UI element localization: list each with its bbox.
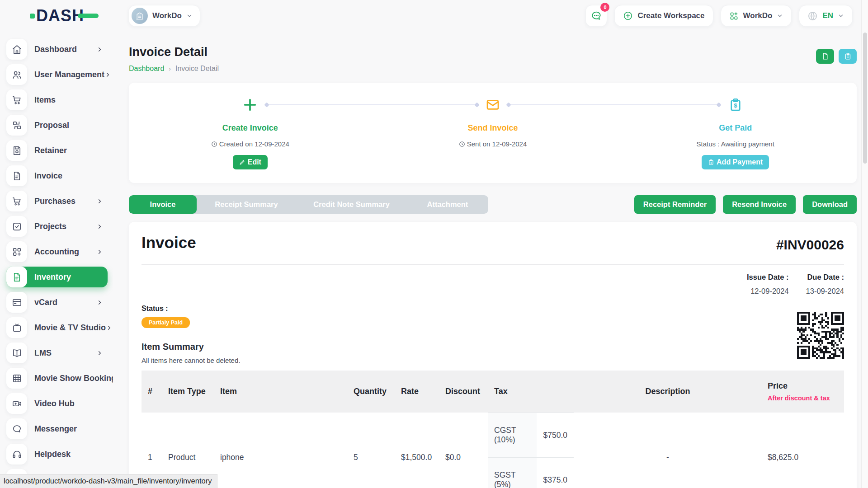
pencil-icon — [239, 159, 245, 165]
tax-value: $375.0 — [537, 458, 574, 488]
step-get-paid: $ Get Paid Status : Awaiting payment $ A… — [614, 97, 857, 183]
sidebar-item-projects[interactable]: Projects — [6, 216, 108, 237]
chevron-down-icon — [838, 13, 844, 19]
breadcrumb-dashboard-link[interactable]: Dashboard — [129, 65, 164, 73]
col-discount: Discount — [439, 371, 488, 413]
edit-invoice-button[interactable]: Edit — [233, 155, 268, 169]
col-rate: Rate — [395, 371, 439, 413]
invoice-dates: Issue Date : 12-09-2024 Due Date : 13-09… — [747, 273, 844, 296]
sidebar-item-lms[interactable]: LMS — [6, 343, 108, 363]
sidebar-item-vcard[interactable]: vCard — [6, 292, 108, 313]
sidebar-item-invoice[interactable]: Invoice — [6, 165, 108, 186]
tab-invoice[interactable]: Invoice — [129, 195, 197, 214]
book-icon — [6, 343, 27, 363]
cell-discount: $0.0 — [439, 413, 488, 488]
tax-label: CGST (10%) — [488, 413, 537, 458]
receipt-reminder-button[interactable]: Receipt Reminder — [634, 195, 716, 214]
language-selector[interactable]: EN — [799, 5, 853, 27]
workspace-switcher[interactable]: WorkDo — [128, 5, 200, 27]
cell-quantity: 5 — [347, 413, 395, 488]
sidebar-item-label: Movie Show Booking — [34, 374, 113, 383]
link-status-bar: localhost/product/workdo-dash-v3/main_fi… — [0, 474, 217, 488]
chat-icon — [6, 418, 27, 439]
sidebar-item-accounting[interactable]: Accounting — [6, 241, 108, 262]
step-status: Status : Awaiting payment — [697, 140, 774, 148]
tax-breakdown-table: CGST (10%)$750.0SGST (5%)$375.0 — [488, 413, 574, 488]
col-description: Description — [584, 371, 752, 413]
sidebar-item-label: Helpdesk — [34, 450, 71, 459]
sidebar-item-items[interactable]: Items — [6, 89, 108, 110]
sidebar-item-dashboard[interactable]: Dashboard — [6, 39, 108, 60]
step-date: Sent on 12-09-2024 — [459, 140, 527, 148]
sidebar-item-helpdesk[interactable]: Helpdesk — [6, 444, 108, 465]
sidebar-item-proposal[interactable]: Proposal — [6, 115, 108, 136]
language-label: EN — [822, 11, 833, 20]
cell-price: $8,625.0 — [752, 413, 844, 488]
account-label: WorkDo — [743, 11, 773, 20]
file-icon — [821, 52, 829, 60]
account-menu[interactable]: WorkDo — [721, 5, 792, 27]
sidebar-item-label: Accounting — [34, 247, 79, 257]
sidebar-item-purchases[interactable]: Purchases — [6, 191, 108, 211]
main-content: Invoice Detail Dashboard › Invoice Detai… — [113, 32, 868, 488]
chevron-right-icon — [96, 46, 103, 53]
plus-icon — [242, 97, 258, 113]
tax-row: CGST (10%)$750.0 — [488, 413, 574, 458]
cart-icon — [6, 89, 27, 110]
breadcrumb-current: Invoice Detail — [175, 65, 219, 73]
step-title: Get Paid — [719, 123, 752, 133]
cell-rate: $1,500.0 — [395, 413, 439, 488]
sidebar-item-messenger[interactable]: Messenger — [6, 418, 108, 439]
sidebar-item-movie-show-booking[interactable]: Movie Show Booking — [6, 368, 108, 389]
table-header-row: # Item Type Item Quantity Rate Discount … — [142, 371, 844, 413]
video-icon — [6, 393, 27, 414]
sidebar-item-user-management[interactable]: User Management — [6, 64, 108, 85]
tv-icon — [6, 317, 27, 338]
table-row: 1 Product iphone 5 $1,500.0 $0.0 CGST (1… — [142, 413, 844, 488]
price-subtitle: After discount & tax — [768, 394, 838, 402]
payment-clipboard-icon: $ — [728, 98, 743, 112]
chevron-right-icon — [96, 350, 103, 357]
file-icon — [6, 165, 27, 186]
sidebar-item-retainer[interactable]: Retainer — [6, 140, 108, 161]
sidebar-item-label: Video Hub — [34, 399, 75, 408]
export-document-button[interactable] — [816, 49, 834, 64]
sidebar-item-inventory[interactable]: Inventory — [6, 267, 108, 287]
sidebar-item-label: LMS — [34, 348, 52, 358]
sidebar-item-movie-tv-studio[interactable]: Movie & TV Studio — [6, 317, 108, 338]
due-date-value: 13-09-2024 — [806, 287, 844, 296]
status-label: Status : — [142, 305, 844, 313]
sidebar-item-video-hub[interactable]: Video Hub — [6, 393, 108, 414]
grid-plus-icon — [6, 241, 27, 262]
due-date-label: Due Date : — [806, 273, 844, 282]
tab-attachment[interactable]: Attachment — [407, 195, 488, 214]
resend-invoice-button[interactable]: Resend Invoice — [723, 195, 796, 214]
floppy-icon — [6, 140, 27, 161]
breadcrumb-separator-icon: › — [169, 65, 171, 72]
scrollbar-thumb[interactable] — [863, 33, 867, 164]
globe-icon — [807, 11, 818, 21]
copy-link-button[interactable] — [839, 49, 857, 64]
col-item-type: Item Type — [162, 371, 214, 413]
app-logo[interactable]: DASH — [0, 6, 113, 25]
invoice-detail-card: Invoice #INV00026 Issue Date : 12-09-202… — [129, 222, 857, 488]
cell-tax: CGST (10%)$750.0SGST (5%)$375.0 — [488, 413, 584, 488]
cart-icon — [6, 191, 27, 211]
sidebar-item-label: Projects — [34, 222, 66, 231]
col-price: Price After discount & tax — [752, 371, 844, 413]
sidebar-item-label: Purchases — [34, 197, 75, 206]
col-item: Item — [214, 371, 347, 413]
download-button[interactable]: Download — [803, 195, 857, 214]
logo-dash-icon — [78, 14, 99, 18]
add-payment-button[interactable]: $ Add Payment — [702, 155, 769, 169]
tab-receipt-summary[interactable]: Receipt Summary — [197, 195, 296, 214]
topbar: DASH WorkDo 0 Create Workspace WorkDo EN — [0, 0, 868, 32]
tab-credit-note-summary[interactable]: Credit Note Summary — [296, 195, 407, 214]
messages-button[interactable]: 0 — [585, 5, 607, 27]
issue-date-label: Issue Date : — [747, 273, 789, 282]
item-summary-note: All items here cannot be deleted. — [142, 357, 844, 364]
chevron-down-icon — [777, 13, 783, 19]
check-square-icon — [6, 216, 27, 237]
main-scrollbar[interactable] — [861, 0, 868, 488]
create-workspace-button[interactable]: Create Workspace — [614, 5, 713, 27]
